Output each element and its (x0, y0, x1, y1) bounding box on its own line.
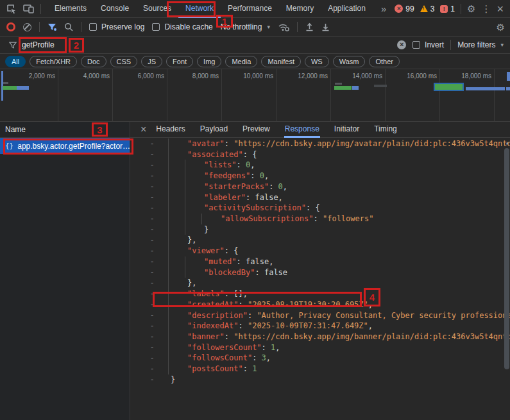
details-tab-preview[interactable]: Preview (242, 122, 271, 138)
error-badge[interactable]: 99 (395, 4, 414, 13)
fold-marker-icon[interactable]: - (149, 160, 155, 171)
fold-marker-icon[interactable]: - (149, 364, 155, 374)
more-tabs-icon[interactable]: » (378, 3, 389, 14)
waterfall-bar[interactable] (434, 83, 464, 91)
fold-marker-icon[interactable]: - (149, 267, 155, 278)
filter-input[interactable] (22, 40, 304, 49)
tab-elements[interactable]: Elements (47, 0, 94, 18)
filter-chip-doc[interactable]: Doc (81, 56, 106, 67)
details-tab-headers[interactable]: Headers (155, 122, 185, 138)
preserve-log-checkbox[interactable]: Preserve log (89, 22, 144, 31)
waterfall-bar[interactable] (507, 72, 510, 81)
filter-chip-manifest[interactable]: Manifest (261, 56, 301, 67)
tab-network[interactable]: Network (178, 0, 221, 18)
export-har-icon[interactable] (321, 22, 330, 31)
network-overview-timeline[interactable]: 2,000 ms4,000 ms6,000 ms8,000 ms10,000 m… (0, 69, 510, 122)
fold-marker-icon[interactable]: - (149, 353, 155, 364)
scrollbar-thumb[interactable] (504, 148, 509, 369)
fold-marker-icon[interactable]: - (149, 203, 155, 214)
fold-marker-icon[interactable]: - (149, 321, 155, 332)
waterfall-bar[interactable] (335, 83, 342, 85)
waterfall-bar[interactable] (506, 87, 510, 90)
tab-application[interactable]: Application (321, 0, 373, 18)
chevron-down-icon: ▾ (500, 42, 504, 48)
scroll-up-arrow-icon[interactable]: ▲ (506, 140, 509, 146)
code-text: "labeler": false, (201, 192, 283, 203)
tab-sources[interactable]: Sources (136, 0, 178, 18)
record-network-log-icon[interactable] (6, 22, 15, 31)
indent-guide (168, 235, 185, 246)
filter-chip-ws[interactable]: WS (305, 56, 329, 67)
issues-badge[interactable]: 1 (440, 4, 455, 13)
details-tab-initiator[interactable]: Initiator (334, 122, 360, 138)
code-line: -}, (130, 278, 510, 289)
disable-cache-checkbox[interactable]: Disable cache (152, 22, 212, 31)
fold-marker-icon[interactable]: - (149, 235, 155, 246)
device-toolbar-icon[interactable] (23, 4, 34, 13)
fold-marker-icon[interactable]: - (149, 342, 155, 353)
fold-marker-icon[interactable]: - (149, 171, 155, 181)
details-tab-timing[interactable]: Timing (373, 122, 398, 138)
filter-chip-js[interactable]: JS (141, 56, 162, 67)
fold-marker-icon[interactable]: - (149, 224, 155, 235)
clear-filter-icon[interactable] (397, 40, 406, 49)
json-braces-icon: {} (5, 142, 13, 150)
fold-marker-icon[interactable]: - (149, 181, 155, 192)
fold-marker-icon[interactable]: - (149, 256, 155, 267)
fold-marker-icon[interactable]: - (149, 310, 155, 321)
search-icon[interactable] (64, 22, 73, 31)
response-json-viewer[interactable]: ▲ -"avatar": "https://cdn.bsky.app/img/a… (130, 138, 510, 420)
waterfall-bar[interactable] (17, 86, 29, 90)
network-settings-gear-icon[interactable]: ⚙ (497, 22, 505, 32)
fold-marker-icon[interactable]: - (149, 246, 155, 256)
waterfall-bar[interactable] (374, 85, 387, 87)
waterfall-bar[interactable] (3, 82, 8, 84)
filter-chip-other[interactable]: Other (369, 56, 400, 67)
filter-chip-css[interactable]: CSS (110, 56, 138, 67)
filter-chip-fetch-xhr[interactable]: Fetch/XHR (30, 56, 77, 67)
fold-marker-icon[interactable]: - (149, 374, 155, 385)
inspect-element-icon[interactable] (6, 4, 17, 14)
code-text: "postsCount": 1 (185, 364, 257, 374)
waterfall-bar[interactable] (466, 87, 505, 90)
fold-marker-icon[interactable]: - (149, 139, 155, 149)
kebab-menu-icon[interactable]: ⋮ (481, 4, 491, 13)
clear-network-log-icon[interactable] (23, 23, 31, 31)
name-column-header[interactable]: Name (0, 122, 130, 138)
network-conditions-icon[interactable] (278, 23, 289, 31)
filter-chip-wasm[interactable]: Wasm (333, 56, 366, 67)
indent-guide (168, 139, 185, 149)
waterfall-bar[interactable] (352, 86, 359, 90)
fold-marker-icon[interactable]: - (149, 289, 155, 299)
close-devtools-icon[interactable]: × (497, 3, 504, 15)
code-text: "muted": false, (201, 256, 273, 267)
fold-marker-icon[interactable]: - (149, 192, 155, 203)
invert-checkbox[interactable]: Invert (412, 40, 444, 49)
request-row[interactable]: {} app.bsky.actor.getProfile?actor… (0, 138, 130, 154)
tab-performance[interactable]: Performance (221, 0, 279, 18)
details-tab-payload[interactable]: Payload (200, 122, 228, 138)
waterfall-bar[interactable] (334, 86, 352, 90)
fold-marker-icon[interactable]: - (149, 149, 155, 160)
throttling-dropdown[interactable]: No throttling ▾ (221, 22, 270, 31)
filter-chip-font[interactable]: Font (166, 56, 193, 67)
filter-chip-media[interactable]: Media (225, 56, 257, 67)
code-text: "viewer": { (185, 246, 238, 256)
fold-marker-icon[interactable]: - (149, 214, 155, 224)
more-filters-dropdown[interactable]: More filters ▾ (457, 40, 504, 49)
close-details-icon[interactable]: × (130, 124, 155, 135)
waterfall-bar[interactable] (3, 86, 17, 90)
details-tab-response[interactable]: Response (284, 122, 320, 138)
fold-marker-icon[interactable]: - (149, 332, 155, 342)
filter-chip-all[interactable]: All (5, 56, 26, 67)
fold-marker-icon[interactable]: - (149, 278, 155, 289)
filter-funnel-icon[interactable] (47, 23, 56, 31)
tab-console[interactable]: Console (94, 0, 136, 18)
filter-chip-img[interactable]: Img (197, 56, 221, 67)
warning-badge[interactable]: 3 (420, 4, 435, 13)
fold-marker-icon[interactable]: - (149, 299, 155, 310)
warning-icon (420, 5, 428, 12)
tab-memory[interactable]: Memory (279, 0, 321, 18)
settings-gear-icon[interactable]: ⚙ (467, 4, 475, 13)
import-har-icon[interactable] (305, 22, 314, 31)
